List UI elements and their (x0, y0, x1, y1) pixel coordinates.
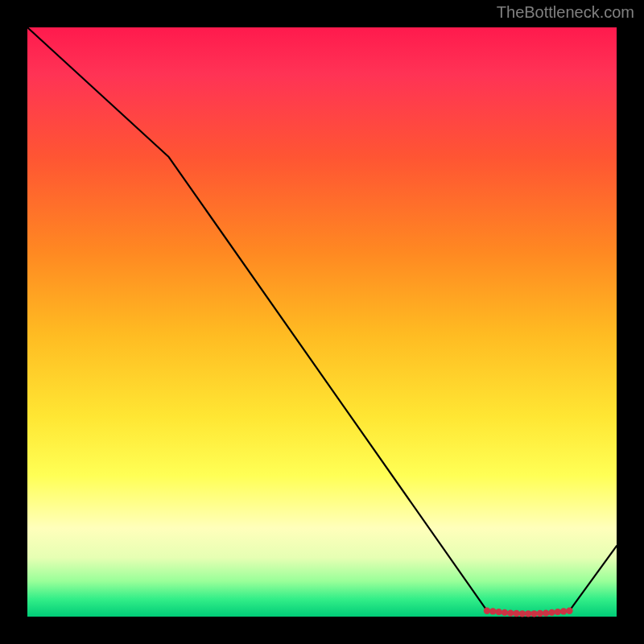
chart-container: TheBottleneck.com (0, 0, 644, 644)
marker-point (560, 608, 567, 614)
marker-point (507, 609, 514, 616)
marker-point (525, 610, 531, 617)
series-markers (484, 607, 573, 617)
marker-point (519, 610, 526, 617)
marker-point (543, 609, 549, 616)
marker-point (502, 609, 508, 616)
series-line (27, 27, 617, 613)
plot-area (27, 27, 617, 617)
line-chart (27, 27, 617, 617)
marker-point (530, 610, 537, 617)
marker-point (513, 610, 519, 617)
marker-point (555, 609, 561, 615)
marker-point (566, 607, 572, 613)
marker-point (548, 609, 555, 616)
attribution-label: TheBottleneck.com (497, 3, 634, 22)
marker-point (537, 610, 543, 617)
marker-point (489, 608, 496, 614)
marker-point (484, 607, 490, 613)
marker-point (495, 609, 502, 615)
